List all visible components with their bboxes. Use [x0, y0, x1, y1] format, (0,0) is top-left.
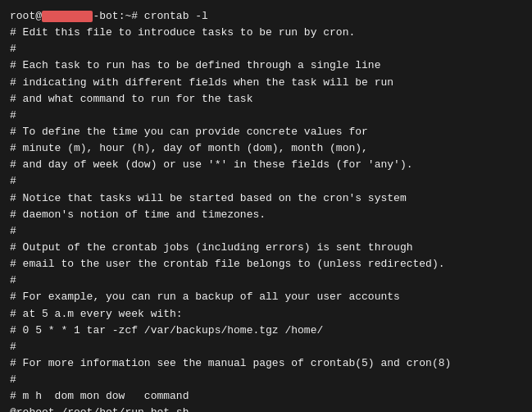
line-17: # [10, 272, 522, 289]
line-4: # Each task to run has to be defined thr… [10, 57, 522, 74]
line-6: # and what command to run for the task [10, 91, 522, 108]
line-16: # email to the user the crontab file bel… [10, 256, 522, 272]
line-18: # For example, you can run a backup of a… [10, 289, 522, 305]
line-23: # [10, 372, 522, 388]
line-2: # Edit this file to introduce tasks to b… [10, 25, 522, 41]
line-14: # [10, 223, 522, 240]
line-15: # Output of the crontab jobs (including … [10, 240, 522, 256]
line-3: # [10, 41, 522, 57]
prompt-line-1: root@ -bot:~# crontab -l [10, 8, 522, 25]
line-7: # [10, 108, 522, 124]
prompt-suffix-1: -bot:~# [93, 8, 143, 25]
line-25: @reboot /root/bot/run_bot.sh [10, 405, 522, 412]
line-12: # Notice that tasks will be started base… [10, 190, 522, 207]
line-20: # 0 5 * * 1 tar -zcf /var/backups/home.t… [10, 323, 522, 339]
line-24: # m h dom mon dow command [10, 388, 522, 405]
terminal-window: root@ -bot:~# crontab -l # Edit this fil… [0, 0, 532, 412]
line-9: # minute (m), hour (h), day of month (do… [10, 140, 522, 157]
command-text: crontab -l [144, 8, 208, 25]
line-21: # [10, 339, 522, 355]
prompt-user-1: root@ [10, 8, 42, 25]
line-13: # daemon's notion of time and timezones. [10, 207, 522, 223]
line-11: # [10, 173, 522, 190]
redacted-host-1 [42, 11, 93, 22]
line-10: # and day of week (dow) or use '*' in th… [10, 157, 522, 173]
line-19: # at 5 a.m every week with: [10, 306, 522, 323]
line-22: # For more information see the manual pa… [10, 355, 522, 372]
line-8: # To define the time you can provide con… [10, 124, 522, 140]
line-5: # indicating with different fields when … [10, 75, 522, 91]
